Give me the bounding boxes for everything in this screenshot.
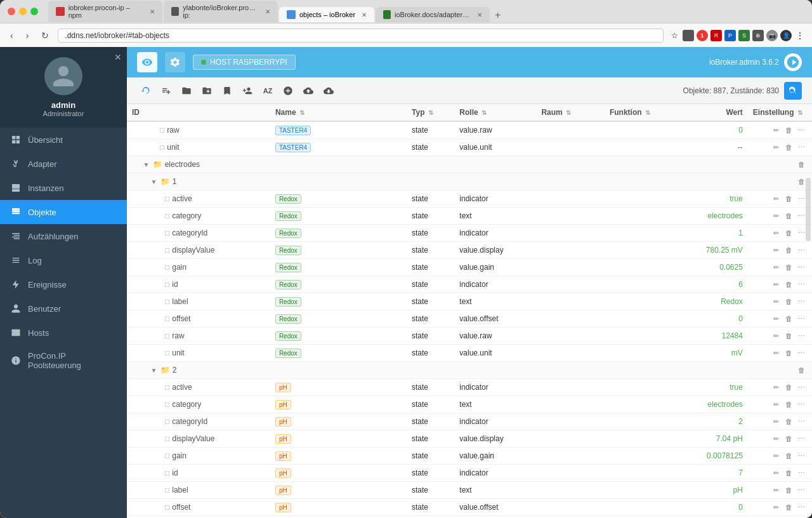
more-icon[interactable]: ⋯ (796, 399, 807, 410)
sidebar-item-benutzer[interactable]: Benutzer (0, 296, 127, 321)
close-traffic-light[interactable] (8, 8, 15, 15)
more-icon[interactable]: ⋯ (796, 416, 807, 427)
more-icon[interactable]: ⋯ (796, 279, 807, 290)
extension1-icon[interactable] (683, 30, 694, 41)
tab-docs[interactable]: ioBroker.docs/adapterdev.md ✕ (376, 7, 490, 22)
sidebar-item-proconip[interactable]: ProCon.IP Poolsteuerung (0, 345, 127, 376)
edit-icon[interactable]: ✏ (770, 227, 782, 239)
extension7-icon[interactable]: 📷 (766, 30, 778, 41)
collapse-1[interactable]: ▼ (149, 178, 158, 185)
edit-icon[interactable]: ✏ (770, 416, 782, 427)
more-icon[interactable]: ⋯ (796, 313, 807, 324)
sidebar-item-uebersicht[interactable]: Übersicht (0, 128, 127, 152)
edit-icon[interactable]: ✏ (770, 193, 782, 204)
delete-icon[interactable]: 🗑 (796, 159, 807, 170)
delete-icon[interactable]: 🗑 (783, 227, 794, 239)
sidebar-item-objekte[interactable]: Objekte (0, 200, 127, 224)
more-icon[interactable]: ⋯ (796, 450, 807, 462)
scrollbar-thumb[interactable] (806, 178, 811, 241)
add-object-button[interactable] (157, 82, 175, 100)
delete-icon[interactable]: 🗑 (796, 364, 807, 376)
collapse-2[interactable]: ▼ (149, 367, 158, 374)
forward-button[interactable]: › (22, 29, 33, 42)
sidebar-item-instanzen[interactable]: Instanzen (0, 176, 127, 200)
edit-icon[interactable]: ✏ (770, 382, 782, 393)
tab-close-github[interactable]: ✕ (265, 8, 270, 15)
extension8-icon[interactable]: 👤 (780, 30, 792, 41)
edit-icon[interactable]: ✏ (770, 501, 782, 513)
delete-icon[interactable]: 🗑 (783, 330, 794, 342)
more-icon[interactable]: ⋯ (796, 467, 807, 479)
typ-sort[interactable]: ⇅ (428, 109, 433, 116)
sidebar-item-ereignisse[interactable]: Ereignisse (0, 272, 127, 296)
delete-icon[interactable]: 🗑 (783, 484, 794, 496)
more-icon[interactable]: ⋯ (796, 382, 807, 393)
delete-icon[interactable]: 🗑 (783, 416, 794, 427)
edit-icon[interactable]: ✏ (770, 142, 782, 153)
more-icon[interactable]: ⋯ (796, 501, 807, 513)
menu-icon[interactable]: ⋮ (794, 30, 806, 41)
delete-icon[interactable]: 🗑 (783, 262, 794, 273)
more-icon[interactable]: ⋯ (796, 124, 807, 136)
delete-icon[interactable]: 🗑 (783, 124, 794, 136)
upload-button[interactable] (299, 82, 317, 100)
folder-button[interactable] (178, 82, 195, 100)
sidebar-item-log[interactable]: Log (0, 248, 127, 272)
edit-icon[interactable]: ✏ (770, 244, 782, 256)
extension5-icon[interactable]: S (738, 30, 750, 41)
tab-close-npm[interactable]: ✕ (150, 8, 155, 15)
download-button[interactable] (320, 82, 337, 100)
delete-icon[interactable]: 🗑 (783, 244, 794, 256)
eye-icon-button[interactable] (137, 52, 157, 72)
settings-icon-button[interactable] (165, 52, 185, 72)
delete-icon[interactable]: 🗑 (783, 467, 794, 479)
more-icon[interactable]: ⋯ (796, 484, 807, 496)
new-tab-button[interactable]: + (491, 8, 504, 22)
tab-github[interactable]: ylabonte/ioBroker.procon-ip: ✕ (164, 1, 278, 22)
tab-npm[interactable]: iobroker.procon-ip – npm ✕ (48, 1, 162, 22)
more-icon[interactable]: ⋯ (796, 142, 807, 153)
more-icon[interactable]: ⋯ (796, 330, 807, 342)
edit-icon[interactable]: ✏ (770, 347, 782, 359)
extension4-icon[interactable]: P (724, 30, 736, 41)
delete-icon[interactable]: 🗑 (783, 347, 794, 359)
edit-icon[interactable]: ✏ (770, 399, 782, 410)
az-button[interactable]: AZ (259, 82, 277, 100)
search-button[interactable] (784, 82, 802, 100)
tab-objects[interactable]: objects – ioBroker ✕ (279, 7, 374, 22)
einst-sort[interactable]: ⇅ (797, 109, 802, 116)
edit-icon[interactable]: ✏ (770, 296, 782, 307)
sidebar-item-aufzaehlungen[interactable]: Aufzählungen (0, 224, 127, 248)
edit-icon[interactable]: ✏ (770, 467, 782, 479)
refresh-button[interactable] (137, 82, 155, 100)
tab-close-objects[interactable]: ✕ (362, 11, 367, 18)
delete-icon[interactable]: 🗑 (783, 399, 794, 410)
edit-icon[interactable]: ✏ (770, 330, 782, 342)
name-sort[interactable]: ⇅ (299, 109, 304, 116)
maximize-traffic-light[interactable] (30, 8, 38, 15)
sidebar-item-adapter[interactable]: Adapter (0, 152, 127, 176)
table-container[interactable]: ID Name ⇅ Typ ⇅ Rolle ⇅ Raum ⇅ Funktion … (127, 104, 812, 518)
url-input[interactable] (58, 29, 664, 43)
back-button[interactable]: ‹ (6, 29, 17, 42)
rolle-sort[interactable]: ⇅ (481, 109, 487, 116)
tab-close-docs[interactable]: ✕ (477, 11, 482, 18)
delete-icon[interactable]: 🗑 (783, 279, 794, 290)
more-icon[interactable]: ⋯ (796, 347, 807, 359)
funktion-sort[interactable]: ⇅ (645, 109, 650, 116)
collapse-electrodes[interactable]: ▼ (141, 161, 150, 168)
raum-sort[interactable]: ⇅ (566, 109, 571, 116)
minimize-traffic-light[interactable] (19, 8, 27, 15)
extension3-icon[interactable]: R (710, 30, 722, 41)
edit-icon[interactable]: ✏ (770, 433, 782, 444)
bookmark-icon[interactable]: ☆ (669, 30, 680, 41)
sidebar-close-button[interactable]: ✕ (114, 52, 122, 62)
edit-icon[interactable]: ✏ (770, 262, 782, 273)
delete-icon[interactable]: 🗑 (783, 313, 794, 324)
delete-icon[interactable]: 🗑 (783, 433, 794, 444)
delete-icon[interactable]: 🗑 (783, 193, 794, 204)
extension6-icon[interactable]: ⊕ (752, 30, 764, 41)
edit-icon[interactable]: ✏ (770, 279, 782, 290)
delete-icon[interactable]: 🗑 (783, 501, 794, 513)
edit-icon[interactable]: ✏ (770, 450, 782, 462)
